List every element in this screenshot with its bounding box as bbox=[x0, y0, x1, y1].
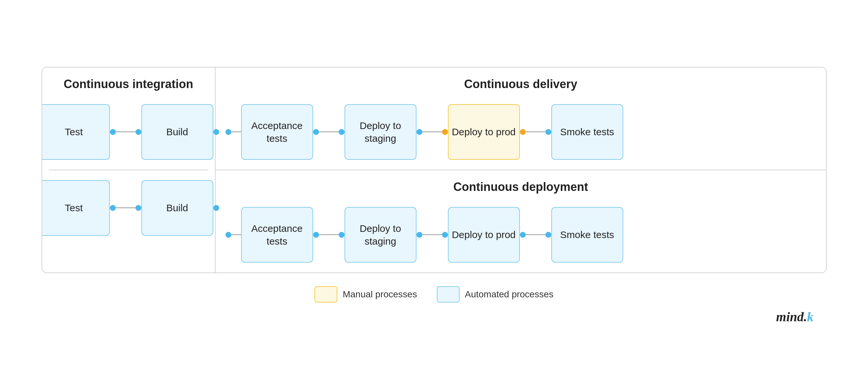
connector-11 bbox=[416, 232, 448, 238]
ci-panel: Continuous integration Test Build bbox=[42, 67, 216, 273]
connector-12 bbox=[520, 232, 551, 238]
dot-6 bbox=[213, 205, 219, 211]
dot-15 bbox=[313, 232, 319, 238]
ci-test-box-2: Test bbox=[41, 180, 110, 236]
dot-2 bbox=[135, 129, 141, 135]
line-10 bbox=[526, 234, 546, 235]
line-5 bbox=[423, 131, 442, 132]
connector-8 bbox=[520, 129, 551, 135]
line-9 bbox=[423, 234, 442, 235]
dot-13 bbox=[546, 129, 551, 135]
line-7 bbox=[231, 234, 241, 235]
ci-build-box-2: Build bbox=[141, 180, 213, 236]
dot-9 bbox=[339, 129, 344, 135]
line-1 bbox=[116, 131, 135, 132]
cd-deploy-prod-box-manual: Deploy to prod bbox=[448, 104, 520, 160]
cd-delivery-title: Continuous delivery bbox=[225, 77, 816, 91]
dot-8 bbox=[313, 129, 319, 135]
ci-build-box: Build bbox=[141, 104, 213, 160]
cd-delivery-section: Continuous delivery Acceptance tests bbox=[216, 67, 826, 170]
cd-deploy-staging-box: Deploy to staging bbox=[344, 104, 416, 160]
connector-2 bbox=[213, 129, 219, 135]
dot-4 bbox=[110, 205, 116, 211]
dot-7 bbox=[225, 129, 231, 135]
connector-7 bbox=[416, 129, 448, 135]
ci-test-box: Test bbox=[41, 104, 110, 160]
connector-4 bbox=[213, 205, 219, 211]
legend-manual-label: Manual processes bbox=[343, 289, 417, 300]
legend-automated-box bbox=[437, 286, 460, 303]
dot-17 bbox=[416, 232, 423, 238]
cd-smoke-box-2: Smoke tests bbox=[551, 207, 623, 262]
dot-12-manual bbox=[520, 129, 526, 135]
cd-deploy-staging-box-2: Deploy to staging bbox=[344, 207, 416, 262]
line-2 bbox=[116, 207, 135, 208]
logo-k: k bbox=[807, 309, 814, 324]
cd-panel: Continuous delivery Acceptance tests bbox=[216, 67, 826, 273]
legend-automated: Automated processes bbox=[437, 286, 554, 303]
cd-acceptance-box: Acceptance tests bbox=[241, 104, 313, 160]
dot-1 bbox=[110, 129, 116, 135]
dot-3 bbox=[213, 129, 219, 135]
dot-16 bbox=[339, 232, 344, 238]
cd-delivery-pipeline: Acceptance tests Deploy to staging bbox=[225, 104, 816, 160]
logo: mind.k bbox=[776, 309, 813, 325]
line-3 bbox=[231, 131, 241, 132]
logo-area: mind.k bbox=[41, 309, 827, 325]
line-8 bbox=[319, 234, 339, 235]
dot-20 bbox=[546, 232, 551, 238]
line-4 bbox=[319, 131, 339, 132]
connector-5 bbox=[225, 129, 241, 135]
connector-3 bbox=[110, 205, 141, 211]
dot-18 bbox=[442, 232, 448, 238]
cd-deployment-section: Continuous deployment Acceptance tests bbox=[216, 170, 826, 273]
main-container: Continuous integration Test Build bbox=[41, 67, 827, 273]
legend-automated-label: Automated processes bbox=[465, 289, 554, 300]
diagram-wrapper: Continuous integration Test Build bbox=[25, 67, 843, 325]
ci-bottom-pipeline: Test Build bbox=[49, 180, 209, 236]
legend-manual: Manual processes bbox=[314, 286, 417, 303]
dot-11-manual bbox=[442, 129, 448, 135]
dot-5 bbox=[135, 205, 141, 211]
ci-top-section: Continuous integration Test Build bbox=[49, 77, 209, 170]
cd-acceptance-box-2: Acceptance tests bbox=[241, 207, 313, 262]
connector-10 bbox=[313, 232, 344, 238]
dot-14 bbox=[225, 232, 231, 238]
ci-title: Continuous integration bbox=[49, 77, 209, 91]
line-6 bbox=[526, 131, 546, 132]
legend-manual-box bbox=[314, 286, 337, 303]
ci-bottom-section: Test Build bbox=[49, 170, 209, 262]
connector-6 bbox=[313, 129, 344, 135]
ci-top-pipeline: Test Build bbox=[49, 104, 209, 160]
cd-deployment-pipeline: Acceptance tests Deploy to staging bbox=[225, 207, 816, 262]
cd-deployment-title: Continuous deployment bbox=[225, 180, 816, 194]
connector-1 bbox=[110, 129, 141, 135]
cd-smoke-box: Smoke tests bbox=[551, 104, 623, 160]
dot-19 bbox=[520, 232, 526, 238]
cd-deploy-prod-box-2: Deploy to prod bbox=[448, 207, 520, 262]
connector-9 bbox=[225, 232, 241, 238]
dot-10 bbox=[416, 129, 423, 135]
legend: Manual processes Automated processes bbox=[314, 286, 553, 303]
